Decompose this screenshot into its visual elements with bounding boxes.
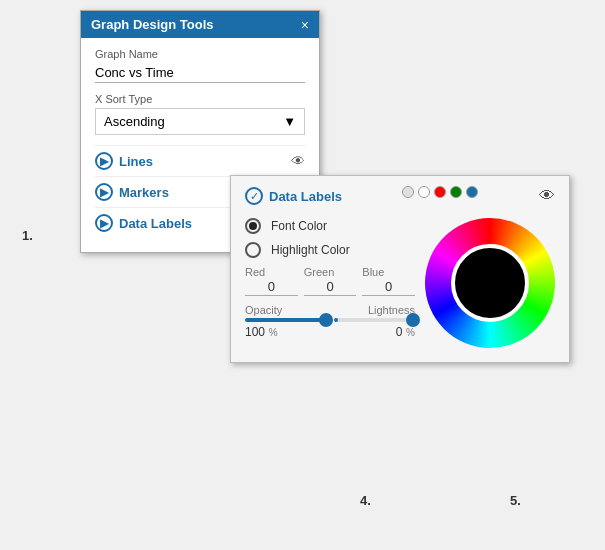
- blue-label: Blue: [362, 266, 415, 278]
- panel-header: Graph Design Tools ×: [81, 11, 319, 38]
- x-sort-select[interactable]: Ascending ▼: [95, 108, 305, 135]
- opacity-thumb[interactable]: [319, 313, 333, 327]
- color-dot-gray[interactable]: [402, 186, 414, 198]
- opacity-value-group: 100 %: [245, 324, 278, 339]
- font-color-row: Font Color: [245, 218, 415, 234]
- label-5: 5.: [510, 493, 521, 508]
- color-dot-white[interactable]: [418, 186, 430, 198]
- green-field: Green: [304, 266, 357, 296]
- sub-panel: ✓ Data Labels 👁 Font Color Highl: [230, 175, 570, 363]
- red-label: Red: [245, 266, 298, 278]
- label-4: 4.: [360, 493, 371, 508]
- highlight-color-row: Highlight Color: [245, 242, 415, 258]
- color-dots-row: [402, 186, 478, 198]
- lightness-value: 0: [396, 325, 403, 339]
- sub-panel-title-row: ✓ Data Labels: [245, 187, 342, 205]
- highlight-color-label: Highlight Color: [271, 243, 350, 257]
- lines-visibility-icon[interactable]: 👁: [291, 153, 305, 169]
- color-dot-green[interactable]: [450, 186, 462, 198]
- data-labels-expand[interactable]: ▶ Data Labels: [95, 214, 192, 232]
- panel-title: Graph Design Tools: [91, 17, 214, 32]
- opacity-header-label: Opacity: [245, 304, 282, 316]
- sub-panel-title: Data Labels: [269, 189, 342, 204]
- lightness-track: [334, 318, 415, 322]
- red-field: Red: [245, 266, 298, 296]
- data-labels-label: Data Labels: [119, 216, 192, 231]
- green-input[interactable]: [304, 278, 357, 296]
- font-color-label: Font Color: [271, 219, 327, 233]
- blue-input[interactable]: [362, 278, 415, 296]
- opacity-pct: %: [269, 327, 278, 338]
- data-labels-expand-icon: ▶: [95, 214, 113, 232]
- lightness-pct: %: [406, 327, 415, 338]
- lines-expand[interactable]: ▶ Lines: [95, 152, 153, 170]
- color-dot-red[interactable]: [434, 186, 446, 198]
- font-color-radio[interactable]: [245, 218, 261, 234]
- visibility-sleep-icon[interactable]: 👁: [539, 187, 555, 205]
- main-content-row: Font Color Highlight Color Red Green Blu…: [245, 218, 555, 348]
- lightness-thumb[interactable]: [406, 313, 420, 327]
- markers-label: Markers: [119, 185, 169, 200]
- markers-expand[interactable]: ▶ Markers: [95, 183, 169, 201]
- lines-section: ▶ Lines 👁: [95, 145, 305, 176]
- opacity-track: [245, 318, 326, 322]
- lines-label: Lines: [119, 154, 153, 169]
- red-input[interactable]: [245, 278, 298, 296]
- x-sort-label: X Sort Type: [95, 93, 305, 105]
- color-wheel-container[interactable]: [425, 218, 555, 348]
- opacity-slider-wrapper: [245, 318, 326, 322]
- opacity-fill: [245, 318, 326, 322]
- lines-expand-icon: ▶: [95, 152, 113, 170]
- left-controls: Font Color Highlight Color Red Green Blu…: [245, 218, 415, 348]
- font-color-radio-fill: [249, 222, 257, 230]
- rgb-row: Red Green Blue: [245, 266, 415, 296]
- graph-name-label: Graph Name: [95, 48, 305, 60]
- blue-field: Blue: [362, 266, 415, 296]
- markers-expand-icon: ▶: [95, 183, 113, 201]
- close-button[interactable]: ×: [301, 18, 309, 32]
- highlight-color-radio[interactable]: [245, 242, 261, 258]
- graph-name-input[interactable]: [95, 63, 305, 83]
- lightness-slider-wrapper: [334, 318, 415, 322]
- color-dot-blue[interactable]: [466, 186, 478, 198]
- green-label: Green: [304, 266, 357, 278]
- sliders-section: Opacity Lightness: [245, 304, 415, 339]
- sub-panel-header: ✓ Data Labels 👁: [245, 186, 555, 206]
- sliders-row: [245, 318, 415, 322]
- check-circle-icon[interactable]: ✓: [245, 187, 263, 205]
- opacity-value: 100: [245, 325, 265, 339]
- dropdown-arrow-icon: ▼: [283, 114, 296, 129]
- x-sort-value: Ascending: [104, 114, 165, 129]
- color-wheel[interactable]: [425, 218, 555, 348]
- label-1: 1.: [22, 228, 33, 243]
- lightness-fill: [334, 318, 338, 322]
